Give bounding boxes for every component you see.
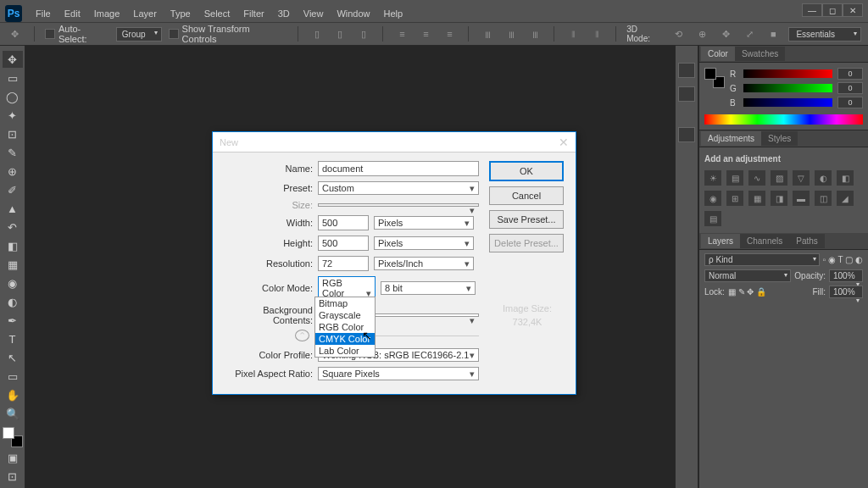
collapsed-panel-icon[interactable] (678, 63, 695, 78)
swatches-tab[interactable]: Swatches (735, 47, 785, 61)
shape-tool[interactable]: ▭ (3, 368, 23, 385)
adj-vibrance-icon[interactable]: ▽ (793, 170, 810, 186)
channels-tab[interactable]: Channels (740, 234, 789, 248)
adj-mixer-icon[interactable]: ⊞ (726, 191, 743, 206)
menu-file[interactable]: File (29, 6, 58, 21)
menu-edit[interactable]: Edit (58, 6, 87, 21)
height-unit[interactable]: Pixels (374, 236, 474, 250)
adj-selective-icon[interactable]: ◢ (837, 191, 854, 206)
adjustments-tab[interactable]: Adjustments (701, 131, 761, 146)
dodge-tool[interactable]: ◐ (3, 293, 23, 310)
spectrum-bar[interactable] (704, 114, 863, 125)
type-tool[interactable]: T (3, 330, 23, 347)
workspace-selector[interactable]: Essentials (788, 27, 861, 42)
path-tool[interactable]: ↖ (3, 349, 23, 366)
auto-select-checkbox[interactable]: Auto-Select: (45, 24, 109, 44)
menu-help[interactable]: Help (377, 6, 410, 21)
r-value[interactable]: 0 (837, 68, 863, 80)
r-slider[interactable] (743, 69, 832, 78)
distribute-icon[interactable]: ⫼ (526, 26, 543, 42)
name-input[interactable] (318, 161, 479, 176)
adj-curves-icon[interactable]: ∿ (748, 170, 765, 186)
b-value[interactable]: 0 (837, 97, 863, 108)
3d-icon[interactable]: ✥ (717, 26, 734, 42)
zoom-tool[interactable]: 🔍 (3, 405, 23, 422)
height-input[interactable] (318, 236, 369, 251)
blur-tool[interactable]: ◉ (3, 274, 23, 291)
mode-option-grayscale[interactable]: Grayscale (315, 309, 375, 321)
paths-tab[interactable]: Paths (789, 234, 825, 248)
layers-tab[interactable]: Layers (701, 234, 740, 248)
marquee-tool[interactable]: ▭ (3, 69, 23, 86)
mode-option-cmyk[interactable]: CMYK Color (315, 333, 375, 345)
adj-levels-icon[interactable]: ▤ (726, 170, 743, 186)
mode-option-bitmap[interactable]: Bitmap (315, 297, 375, 309)
gradient-tool[interactable]: ▦ (3, 256, 23, 273)
width-input[interactable] (318, 215, 369, 230)
auto-select-type[interactable]: Group (116, 27, 162, 42)
minimize-button[interactable]: — (802, 3, 822, 17)
lasso-tool[interactable]: ◯ (3, 88, 23, 105)
menu-select[interactable]: Select (198, 6, 237, 21)
close-button[interactable]: ✕ (843, 3, 863, 17)
adj-brightness-icon[interactable]: ☀ (704, 170, 721, 186)
g-value[interactable]: 0 (837, 82, 863, 94)
save-preset-button[interactable]: Save Preset... (489, 210, 564, 229)
menu-type[interactable]: Type (164, 6, 198, 21)
cancel-button[interactable]: Cancel (489, 186, 564, 205)
g-slider[interactable] (743, 84, 832, 92)
adj-hue-icon[interactable]: ◐ (815, 170, 832, 186)
layer-kind-filter[interactable]: ρ Kind (704, 253, 820, 266)
mode-option-rgb[interactable]: RGB Color (315, 321, 375, 333)
dialog-close-icon[interactable]: ✕ (559, 136, 569, 149)
3d-icon[interactable]: ⟲ (670, 26, 687, 42)
heal-tool[interactable]: ⊕ (3, 163, 23, 180)
align-icon[interactable]: ▯ (309, 26, 326, 42)
color-tab[interactable]: Color (701, 47, 735, 61)
menu-layer[interactable]: Layer (126, 6, 164, 21)
pen-tool[interactable]: ✒ (3, 312, 23, 329)
blend-mode[interactable]: Normal (704, 269, 791, 282)
align-icon[interactable]: ≡ (393, 26, 410, 42)
menu-window[interactable]: Window (330, 6, 376, 21)
eyedropper-tool[interactable]: ✎ (3, 144, 23, 161)
3d-icon[interactable]: ■ (765, 26, 782, 42)
distribute-icon[interactable]: ⫼ (479, 26, 496, 42)
pixel-aspect-select[interactable]: Square Pixels (318, 367, 479, 380)
3d-icon[interactable]: ⤢ (741, 26, 758, 42)
distribute-icon[interactable]: ⫴ (588, 26, 605, 42)
screenmode-tool[interactable]: ⊡ (3, 468, 23, 485)
distribute-icon[interactable]: ⫴ (565, 26, 581, 42)
color-fgbg[interactable] (704, 68, 725, 88)
crop-tool[interactable]: ⊡ (3, 125, 23, 142)
move-tool[interactable]: ✥ (3, 51, 23, 68)
fill-value[interactable]: 100% (829, 286, 863, 298)
move-tool-indicator-icon[interactable]: ✥ (7, 26, 24, 42)
styles-tab[interactable]: Styles (761, 131, 798, 146)
opacity-value[interactable]: 100% (829, 269, 863, 282)
resolution-input[interactable] (318, 256, 369, 271)
show-transform-checkbox[interactable]: Show Transform Controls (169, 24, 287, 44)
collapsed-panel-icon[interactable] (678, 127, 695, 142)
adj-bw-icon[interactable]: ◧ (837, 170, 854, 186)
mode-option-lab[interactable]: Lab Color (315, 345, 375, 357)
align-icon[interactable]: ≡ (441, 26, 458, 42)
wand-tool[interactable]: ✦ (3, 107, 23, 124)
distribute-icon[interactable]: ⫼ (503, 26, 520, 42)
adj-invert-icon[interactable]: ◨ (771, 191, 787, 206)
3d-icon[interactable]: ⊕ (693, 26, 710, 42)
adj-poster-icon[interactable]: ▬ (793, 191, 810, 206)
adj-threshold-icon[interactable]: ◫ (815, 191, 832, 206)
brush-tool[interactable]: ✐ (3, 181, 23, 198)
menu-filter[interactable]: Filter (236, 6, 270, 21)
menu-view[interactable]: View (297, 6, 331, 21)
menu-3d[interactable]: 3D (271, 6, 297, 21)
eraser-tool[interactable]: ◧ (3, 237, 23, 254)
stamp-tool[interactable]: ▲ (3, 200, 23, 217)
fg-bg-color[interactable] (3, 427, 23, 447)
preset-select[interactable]: Custom (318, 181, 479, 195)
adj-gradient-icon[interactable]: ▤ (704, 211, 721, 226)
collapsed-panel-icon[interactable] (678, 86, 695, 102)
adj-lookup-icon[interactable]: ▦ (748, 191, 765, 206)
menu-image[interactable]: Image (87, 6, 127, 21)
